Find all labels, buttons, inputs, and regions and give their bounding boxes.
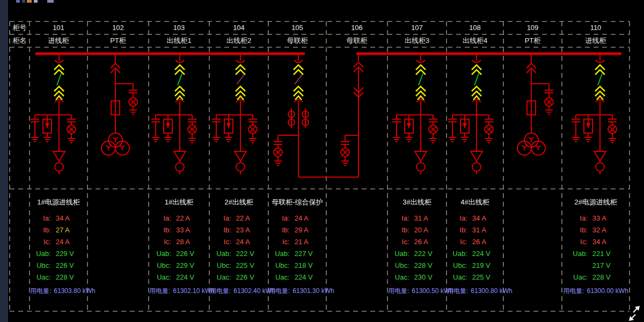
energy-reading: 用电量:61301.30 kWh — [269, 286, 326, 296]
reading-row: Ia:34 A — [447, 213, 503, 224]
reading-label: Ia: — [269, 213, 295, 224]
reading-label: Uac: — [149, 272, 176, 283]
reading-value: 217 V — [592, 260, 629, 272]
reading-value: 228 V — [592, 272, 629, 283]
bay-105-bus-tie-breaker[interactable] — [274, 54, 358, 177]
reading-label: Ia: — [447, 213, 472, 224]
reading-value: 224 V — [295, 272, 326, 283]
reading-row: Ic:34 A — [562, 236, 629, 248]
panel-104: 2#出线柜Ia:22 AIb:23 AIc:24 AUab:222 VUbc:2… — [210, 190, 268, 311]
bay-106-bus-tie-disconnector[interactable] — [341, 54, 363, 177]
energy-reading: 用电量:61302.40 kWh — [210, 286, 268, 296]
reading-row: Ib:32 A — [562, 224, 629, 236]
col-110-name: 进线柜 — [562, 34, 630, 47]
reading-label: Uab: — [388, 248, 414, 260]
reading-value: 21 A — [295, 236, 326, 248]
col-107-number: 107 — [387, 21, 447, 34]
reading-value: 224 V — [472, 248, 503, 260]
reading-label: Ia: — [388, 213, 414, 224]
reading-value: 222 V — [414, 248, 446, 260]
reading-value: 24 A — [236, 236, 268, 248]
bay-104-drawout-breaker-feeder[interactable] — [212, 54, 257, 174]
col-105-name: 母联柜 — [268, 34, 326, 47]
energy-label: 用电量: — [210, 287, 231, 295]
col-108-number: 108 — [447, 21, 503, 34]
panel-105: 母联柜-综合保护Ia:24 AIb:29 AIc:21 AUab:227 VUb… — [269, 190, 326, 311]
reading-row: Uac:224 V — [269, 272, 326, 283]
panel-title: 2#电源进线柜 — [562, 197, 629, 207]
reading-label: Ubc: — [149, 260, 176, 272]
reading-row: Uab:227 V — [269, 248, 326, 260]
reading-value: 221 V — [592, 248, 629, 260]
reading-value: 34 A — [472, 213, 503, 224]
reading-row: Ic:26 A — [447, 236, 503, 248]
reading-label: Ic: — [30, 236, 56, 248]
reading-label: Ia: — [210, 213, 236, 224]
reading-value: 227 V — [295, 248, 326, 260]
energy-value: 61301.30 kWh — [292, 287, 334, 295]
reading-row: Uab:222 V — [388, 248, 446, 260]
bay-107-drawout-breaker-feeder[interactable] — [392, 54, 437, 174]
reading-label: Uab: — [447, 248, 472, 260]
reading-value: 226 V — [236, 272, 268, 283]
reading-label: Ia: — [149, 213, 176, 224]
reading-row: Ubc:228 V — [388, 260, 446, 272]
col-108-name: 出线柜4 — [447, 34, 503, 47]
reading-value: 24 A — [295, 213, 326, 224]
reading-label: Uac: — [30, 272, 56, 283]
reading-value: 218 V — [295, 260, 326, 272]
reading-label: Uab: — [30, 248, 56, 260]
bay-109-pt-cabinet[interactable] — [517, 54, 553, 155]
col-101-number: 101 — [30, 21, 87, 34]
bay-110-drawout-breaker-feeder[interactable] — [572, 54, 617, 174]
reading-row: Ubc:225 V — [210, 260, 268, 272]
reading-value: 225 V — [472, 272, 503, 283]
reading-value: 226 V — [56, 260, 87, 272]
panel-title: 2#出线柜 — [210, 197, 268, 207]
reading-value: 24 A — [56, 236, 87, 248]
reading-label: Ib: — [30, 224, 56, 236]
reading-value: 26 A — [414, 236, 446, 248]
bay-101-drawout-breaker-feeder[interactable] — [31, 54, 76, 174]
bay-102-pt-cabinet[interactable] — [101, 54, 137, 155]
reading-row: Ubc:229 V — [149, 260, 209, 272]
panel-title: 母联柜-综合保护 — [269, 197, 326, 207]
reading-label — [562, 260, 592, 272]
reading-value: 22 A — [176, 213, 209, 224]
energy-label: 用电量: — [269, 287, 290, 295]
bay-103-drawout-breaker-feeder[interactable] — [151, 54, 196, 174]
reading-row: Ia:22 A — [210, 213, 268, 224]
reading-label: Ib: — [149, 224, 176, 236]
col-107-name: 出线柜3 — [387, 34, 447, 47]
reading-row: Ubc:218 V — [269, 260, 326, 272]
energy-label: 用电量: — [388, 287, 409, 295]
reading-label: Uac: — [388, 272, 414, 283]
reading-row: Uac:225 V — [447, 272, 503, 283]
energy-reading: 用电量:61300.50 kWh — [388, 286, 446, 296]
reading-row: Ic:24 A — [210, 236, 268, 248]
reading-label: Uac: — [210, 272, 236, 283]
reading-row: 217 V — [562, 260, 629, 272]
reading-row: Ic:28 A — [149, 236, 209, 248]
reading-row: Uab:226 V — [149, 248, 209, 260]
reading-value: 22 A — [236, 213, 268, 224]
panel-title: 1#电源进线柜 — [30, 197, 87, 207]
bay-108-drawout-breaker-feeder[interactable] — [448, 54, 493, 174]
reading-value: 228 V — [414, 260, 446, 272]
reading-row: Ib:20 A — [388, 224, 446, 236]
scada-single-line-screen: 柜号 柜名 101 102 103 104 105 106 107 108 10… — [0, 0, 644, 322]
reading-row: Uab:221 V — [562, 248, 629, 260]
energy-reading: 用电量:61303.80 kWh — [30, 286, 87, 296]
reading-label: Ubc: — [269, 260, 295, 272]
reading-label: Ic: — [447, 236, 472, 248]
reading-value: 29 A — [295, 224, 326, 236]
reading-label: Uab: — [210, 248, 236, 260]
energy-reading: 用电量:61300.80 kWh — [447, 286, 503, 296]
reading-value: 228 V — [56, 272, 87, 283]
reading-row: Ia:22 A — [149, 213, 209, 224]
reading-row: Uab:229 V — [30, 248, 87, 260]
reading-label: Uab: — [149, 248, 176, 260]
reading-value: 31 A — [472, 224, 503, 236]
reading-label: Ic: — [269, 236, 295, 248]
reading-value: 28 A — [176, 236, 209, 248]
